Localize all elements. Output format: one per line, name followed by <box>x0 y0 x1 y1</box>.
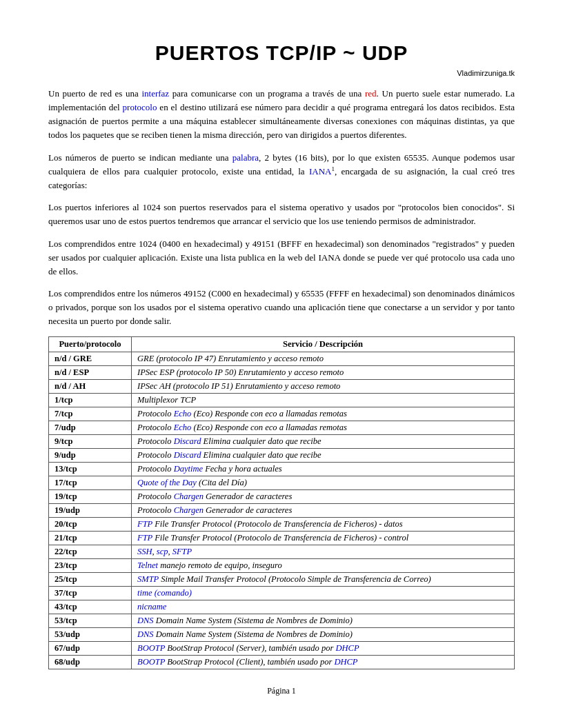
table-row: n/d / AH IPSec AH (protocolo IP 51) Enru… <box>49 380 515 394</box>
link-echo[interactable]: Echo <box>174 409 192 418</box>
service-cell: Protocolo Echo (Eco) Responde con eco a … <box>132 421 515 435</box>
service-cell: time (comando) <box>132 587 515 600</box>
author-label: Vladimirzuniga.tk <box>48 69 515 77</box>
link-discard-udp[interactable]: Discard <box>174 450 201 460</box>
link-bootp-server[interactable]: BOOTP <box>137 643 165 653</box>
link-bootp-client[interactable]: BOOTP <box>137 657 165 667</box>
service-cell: Multiplexor TCP <box>132 394 515 407</box>
link-ssh[interactable]: SSH <box>137 547 152 556</box>
service-cell: DNS Domain Name System (Sistema de Nombr… <box>132 628 515 642</box>
port-cell: 19/udp <box>49 504 132 518</box>
link-chargen-tcp[interactable]: Chargen <box>174 492 204 501</box>
table-row: 23/tcp Telnet manejo remoto de equipo, i… <box>49 559 515 573</box>
table-row: 13/tcp Protocolo Daytime Fecha y hora ac… <box>49 463 515 476</box>
table-row: 9/udp Protocolo Discard Elimina cualquie… <box>49 449 515 463</box>
table-row: 25/tcp SMTP Simple Mail Transfer Protoco… <box>49 573 515 587</box>
table-row: 53/udp DNS Domain Name System (Sistema d… <box>49 628 515 642</box>
link-scp[interactable]: scp <box>157 547 168 556</box>
port-cell: 13/tcp <box>49 463 132 476</box>
port-cell: n/d / GRE <box>49 352 132 366</box>
link-interfaz[interactable]: interfaz <box>141 88 169 99</box>
link-protocolo[interactable]: protocolo <box>123 102 157 112</box>
service-cell: Telnet manejo remoto de equipo, inseguro <box>132 559 515 573</box>
link-dhcp-server[interactable]: DHCP <box>336 643 359 653</box>
link-red[interactable]: red <box>365 88 377 99</box>
table-row: 19/tcp Protocolo Chargen Generador de ca… <box>49 490 515 504</box>
service-cell: IPSec ESP (protocolo IP 50) Enrutamiento… <box>132 366 515 380</box>
table-row: 7/tcp Protocolo Echo (Eco) Responde con … <box>49 407 515 421</box>
service-cell: Quote of the Day (Cita del Día) <box>132 476 515 490</box>
table-header-service: Servicio / Descripción <box>132 337 515 352</box>
link-smtp[interactable]: SMTP <box>137 574 159 584</box>
paragraph-5: Los comprendidos entre los números 49152… <box>48 287 515 328</box>
port-cell: 23/tcp <box>49 559 132 573</box>
table-row: 67/udp BOOTP BootStrap Protocol (Server)… <box>49 642 515 656</box>
service-cell: FTP File Transfer Protocol (Protocolo de… <box>132 518 515 532</box>
table-row: 53/tcp DNS Domain Name System (Sistema d… <box>49 614 515 628</box>
service-cell: Protocolo Echo (Eco) Responde con eco a … <box>132 407 515 421</box>
table-row: n/d / GRE GRE (protocolo IP 47) Enrutami… <box>49 352 515 366</box>
service-cell: SMTP Simple Mail Transfer Protocol (Prot… <box>132 573 515 587</box>
link-dns-tcp[interactable]: DNS <box>137 616 154 625</box>
port-cell: 9/tcp <box>49 435 132 449</box>
link-dhcp-client[interactable]: DHCP <box>334 657 357 667</box>
table-row: 7/udp Protocolo Echo (Eco) Responde con … <box>49 421 515 435</box>
service-cell: DNS Domain Name System (Sistema de Nombr… <box>132 614 515 628</box>
table-row: 22/tcp SSH, scp, SFTP <box>49 545 515 559</box>
service-cell: Protocolo Discard Elimina cualquier dato… <box>132 449 515 463</box>
service-cell: Protocolo Chargen Generador de caractere… <box>132 504 515 518</box>
page-footer: Página 1 <box>48 686 515 696</box>
service-cell: BOOTP BootStrap Protocol (Client), tambi… <box>132 656 515 669</box>
link-chargen-udp[interactable]: Chargen <box>174 505 204 515</box>
port-cell: 9/udp <box>49 449 132 463</box>
paragraph-4: Los comprendidos entre 1024 (0400 en hex… <box>48 237 515 279</box>
link-echo-udp[interactable]: Echo <box>174 423 192 432</box>
link-sftp[interactable]: SFTP <box>172 547 192 556</box>
link-iana[interactable]: IANA <box>309 166 332 176</box>
port-cell: 20/tcp <box>49 518 132 532</box>
ports-table: Puerto/protocolo Servicio / Descripción … <box>48 336 515 669</box>
port-cell: n/d / ESP <box>49 366 132 380</box>
port-cell: 17/tcp <box>49 476 132 490</box>
link-discard-tcp[interactable]: Discard <box>174 436 201 446</box>
service-cell: Protocolo Daytime Fecha y hora actuales <box>132 463 515 476</box>
link-ftp-data[interactable]: FTP <box>137 519 152 529</box>
port-cell: 21/tcp <box>49 532 132 545</box>
link-palabra[interactable]: palabra <box>233 152 259 163</box>
paragraph-2: Los números de puerto se indican mediant… <box>48 151 515 193</box>
table-row: 68/udp BOOTP BootStrap Protocol (Client)… <box>49 656 515 669</box>
link-dns-udp[interactable]: DNS <box>137 629 154 639</box>
page-title: PUERTOS TCP/IP ~ UDP <box>48 41 515 65</box>
link-time[interactable]: time (comando) <box>137 588 192 598</box>
table-row: 21/tcp FTP File Transfer Protocol (Proto… <box>49 532 515 545</box>
port-cell: 19/tcp <box>49 490 132 504</box>
table-header-port: Puerto/protocolo <box>49 337 132 352</box>
service-cell: Protocolo Chargen Generador de caractere… <box>132 490 515 504</box>
port-cell: 67/udp <box>49 642 132 656</box>
service-cell: SSH, scp, SFTP <box>132 545 515 559</box>
table-row: 37/tcp time (comando) <box>49 587 515 600</box>
port-cell: 7/udp <box>49 421 132 435</box>
link-ftp-ctrl[interactable]: FTP <box>137 533 152 543</box>
service-cell: Protocolo Discard Elimina cualquier dato… <box>132 435 515 449</box>
service-cell: GRE (protocolo IP 47) Enrutamiento y acc… <box>132 352 515 366</box>
table-row: 9/tcp Protocolo Discard Elimina cualquie… <box>49 435 515 449</box>
table-row: 43/tcp nicname <box>49 600 515 614</box>
table-row: 20/tcp FTP File Transfer Protocol (Proto… <box>49 518 515 532</box>
port-cell: 68/udp <box>49 656 132 669</box>
port-cell: 25/tcp <box>49 573 132 587</box>
table-row: 17/tcp Quote of the Day (Cita del Día) <box>49 476 515 490</box>
link-daytime[interactable]: Daytime <box>174 464 203 474</box>
port-cell: 53/tcp <box>49 614 132 628</box>
link-nicname[interactable]: nicname <box>137 602 166 611</box>
port-cell: 1/tcp <box>49 394 132 407</box>
service-cell: nicname <box>132 600 515 614</box>
link-quote[interactable]: Quote of the Day <box>137 478 197 487</box>
port-cell: n/d / AH <box>49 380 132 394</box>
port-cell: 22/tcp <box>49 545 132 559</box>
table-row: 1/tcp Multiplexor TCP <box>49 394 515 407</box>
link-telnet[interactable]: Telnet <box>137 560 158 570</box>
paragraph-3: Los puertos inferiores al 1024 son puert… <box>48 201 515 228</box>
service-cell: FTP File Transfer Protocol (Protocolo de… <box>132 532 515 545</box>
service-cell: IPSec AH (protocolo IP 51) Enrutamiento … <box>132 380 515 394</box>
